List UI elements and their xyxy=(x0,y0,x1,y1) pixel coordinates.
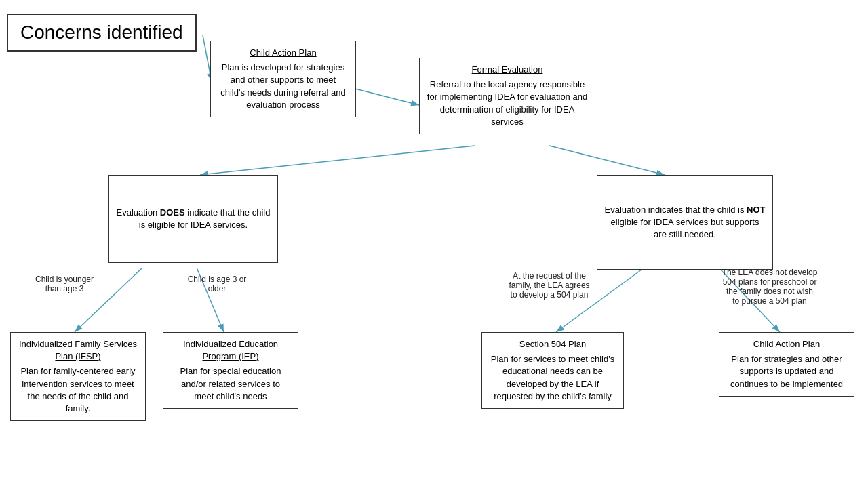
ifsp-title: Individualized Family Services Plan (IFS… xyxy=(18,338,138,363)
svg-line-2 xyxy=(353,88,419,105)
cap2-body: Plan for strategies and other supports i… xyxy=(730,354,843,388)
section504-title: Section 504 Plan xyxy=(489,338,616,350)
label-younger: Child is youngerthan age 3 xyxy=(20,274,108,293)
formal-eval-box: Formal Evaluation Referral to the local … xyxy=(419,58,595,134)
cap1-body: Plan is developed for strategies and oth… xyxy=(220,62,346,110)
ifsp-box: Individualized Family Services Plan (IFS… xyxy=(10,332,146,421)
eval-not-box: Evaluation indicates that the child is N… xyxy=(597,175,773,270)
eval-does-text: Evaluation DOES indicate that the child … xyxy=(116,207,271,231)
formal-eval-title: Formal Evaluation xyxy=(427,64,588,76)
diagram: Concerns identified Child Action Plan Pl… xyxy=(0,0,868,488)
iep-title: Individualized Education Program (IEP) xyxy=(170,338,291,363)
eval-does-box: Evaluation DOES indicate that the child … xyxy=(108,175,278,263)
section504-body: Plan for services to meet child's educat… xyxy=(491,354,614,401)
svg-line-3 xyxy=(200,146,475,175)
iep-body: Plan for special education and/or relate… xyxy=(180,366,281,401)
eval-not-text: Evaluation indicates that the child is N… xyxy=(604,204,766,241)
svg-line-4 xyxy=(549,146,665,175)
formal-eval-body: Referral to the local agency responsible… xyxy=(427,79,587,127)
cap1-box: Child Action Plan Plan is developed for … xyxy=(210,41,356,117)
label-504no: The LEA does not develop504 plans for pr… xyxy=(698,268,841,306)
section504-box: Section 504 Plan Plan for services to me… xyxy=(481,332,624,409)
cap2-box: Child Action Plan Plan for strategies an… xyxy=(719,332,854,396)
label-504yes: At the request of thefamily, the LEA agr… xyxy=(488,271,610,300)
ifsp-body: Plan for family-centered early intervent… xyxy=(20,366,135,413)
concerns-title: Concerns identified xyxy=(20,22,183,43)
cap1-title: Child Action Plan xyxy=(218,47,349,59)
label-older: Child is age 3 orolder xyxy=(173,274,261,293)
iep-box: Individualized Education Program (IEP) P… xyxy=(163,332,298,409)
cap2-title: Child Action Plan xyxy=(726,338,847,350)
concerns-box: Concerns identified xyxy=(7,14,197,52)
